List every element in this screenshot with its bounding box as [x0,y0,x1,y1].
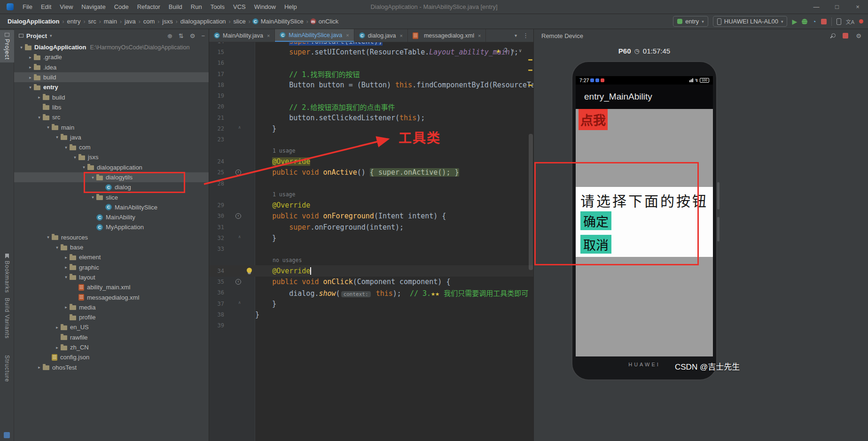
click-me-button[interactable]: 点我 [579,109,608,130]
close-icon[interactable]: × [400,33,403,39]
tool-window-corner-icon[interactable] [4,432,10,438]
chevron-right-icon[interactable]: ▸ [36,95,43,100]
profiler-button[interactable]: ◔ [812,18,816,25]
tab-dialog.java[interactable]: Cdialog.java× [354,29,408,42]
tree-row-entry[interactable]: ▾entry [14,82,209,92]
tree-row-com[interactable]: ▾com [14,142,209,152]
close-icon[interactable]: × [267,33,270,39]
tree-row-ability_main.xml[interactable]: ability_main.xml [14,282,209,292]
prev-warning-icon[interactable]: ∧ [512,48,515,53]
fold-marker-icon[interactable]: ∧ [238,125,241,130]
chevron-down-icon[interactable]: ▾ [89,195,96,200]
tree-row-DialogApplication[interactable]: ▾DialogApplicationE:\HarmonyOsCode\Dialo… [14,42,209,52]
menu-item-navigate[interactable]: Navigate [77,0,109,14]
gear-icon[interactable]: ⚙ [856,32,861,39]
hide-panel-icon[interactable]: − [201,32,205,39]
breadcrumb-item-onClick[interactable]: onClick [318,18,340,25]
chevron-down-icon[interactable]: ▾ [89,175,96,180]
tree-row-element[interactable]: ▸element [14,252,209,262]
tab-messagedialog.xml[interactable]: messagedialog.xml× [408,29,486,42]
breadcrumb-item-MainAbilitySlice[interactable]: MainAbilitySlice [260,18,305,25]
chevron-down-icon[interactable]: ▾ [45,235,52,240]
tree-row-build[interactable]: ▸build [14,92,209,102]
chevron-right-icon[interactable]: ▸ [27,65,34,70]
breadcrumb-item-slice[interactable]: slice [233,18,247,25]
intention-bulb-icon[interactable] [247,268,252,273]
tab-MainAbilitySlice.java[interactable]: CMainAbilitySlice.java× [275,29,354,42]
tree-row-base[interactable]: ▾base [14,242,209,252]
chevron-right-icon[interactable]: ▸ [54,345,61,350]
breadcrumb-item-jsxs[interactable]: jsxs [161,18,173,25]
chevron-right-icon[interactable]: ▸ [27,55,34,60]
chevron-down-icon[interactable]: ▾ [63,275,70,279]
chevron-down-icon[interactable]: ▾ [18,45,25,50]
tree-row-layout[interactable]: ▾layout [14,272,209,282]
chevron-right-icon[interactable]: ▸ [36,365,43,370]
chevron-down-icon[interactable]: ▾ [27,85,34,90]
breadcrumb-item-java[interactable]: java [124,18,137,25]
chevron-down-icon[interactable]: ▾ [63,145,70,150]
tree-row-messagedialog.xml[interactable]: messagedialog.xml [14,292,209,302]
tab-MainAbility.java[interactable]: CMainAbility.java× [209,29,275,42]
chevron-down-icon[interactable]: ▾ [50,33,52,38]
close-icon[interactable]: × [346,32,349,38]
tree-row-libs[interactable]: libs [14,102,209,112]
next-warning-icon[interactable]: ∨ [519,48,522,53]
stop-button[interactable] [821,19,827,24]
tree-row-media[interactable]: ▸media [14,302,209,312]
stripe-tab-structure[interactable]: Structure [0,352,14,385]
debug-button[interactable] [802,19,807,24]
menu-item-tools[interactable]: Tools [206,0,229,14]
stripe-tab-bookmarks[interactable]: Bookmarks [0,251,14,296]
chevron-right-icon[interactable]: ▸ [54,325,61,330]
tree-row-dialogytils[interactable]: ▾dialogytils [14,172,209,182]
tree-row-profile[interactable]: profile [14,312,209,322]
run-button[interactable]: ▶ [792,18,797,25]
tree-row-dialogapplication[interactable]: ▾dialogapplication [14,162,209,172]
chevron-down-icon[interactable]: ▾ [71,155,78,160]
close-button[interactable]: × [847,0,868,14]
menu-item-edit[interactable]: Edit [37,0,55,14]
chevron-down-icon[interactable]: ▾ [515,33,517,38]
stop-device-button[interactable] [843,33,848,39]
tree-row-zh_CN[interactable]: ▸zh_CN [14,342,209,352]
tree-row-slice[interactable]: ▾slice [14,192,209,202]
chevron-down-icon[interactable]: ▾ [80,165,87,170]
breadcrumb-item-src[interactable]: src [87,18,97,25]
stripe-tab-build-variants[interactable]: Build Variants [0,295,14,341]
breadcrumb-item-main[interactable]: main [103,18,118,25]
translate-icon[interactable]: 文A [846,18,854,25]
breadcrumb-item-com[interactable]: com [142,18,156,25]
close-icon[interactable]: × [478,33,481,39]
more-options-icon[interactable]: ⋮ [523,32,529,39]
tree-row-config.json[interactable]: config.json [14,352,209,362]
tree-row-.gradle[interactable]: ▸.gradle [14,52,209,62]
chevron-down-icon[interactable]: ▾ [54,135,61,139]
chevron-right-icon[interactable]: ▸ [63,265,70,270]
tree-row-src[interactable]: ▾src [14,112,209,122]
override-marker-icon[interactable]: ↑ [235,279,241,285]
menu-item-build[interactable]: Build [164,0,187,14]
project-panel-title[interactable]: Project [26,32,47,39]
menu-item-file[interactable]: File [18,0,37,14]
gear-icon[interactable]: ⚙ [190,32,195,39]
code-editor[interactable]: 14 super.onStart(intent);15 super.setUIC… [209,42,533,441]
tree-row-ohosTest[interactable]: ▸ohosTest [14,363,209,372]
tree-row-build[interactable]: ▸build [14,72,209,82]
stripe-tab-project[interactable]: Project [0,30,14,62]
pin-icon[interactable] [829,33,835,39]
breadcrumb-item-entry[interactable]: entry [66,18,82,25]
chevron-right-icon[interactable]: ▸ [63,305,70,309]
tree-row-dialog[interactable]: Cdialog [14,182,209,192]
tree-row-rawfile[interactable]: rawfile [14,333,209,342]
tree-row-java[interactable]: ▾java [14,132,209,142]
menu-item-view[interactable]: View [55,0,77,14]
tree-row-main[interactable]: ▾main [14,122,209,132]
locate-file-icon[interactable]: ⊕ [167,32,172,39]
editor-scrollbar[interactable] [529,134,533,270]
tree-row-resources[interactable]: ▾resources [14,232,209,242]
menu-item-refactor[interactable]: Refactor [133,0,164,14]
confirm-button[interactable]: 确定 [580,211,611,230]
menu-item-code[interactable]: Code [110,0,133,14]
breadcrumb-item-DialogApplication[interactable]: DialogApplication [7,18,61,25]
